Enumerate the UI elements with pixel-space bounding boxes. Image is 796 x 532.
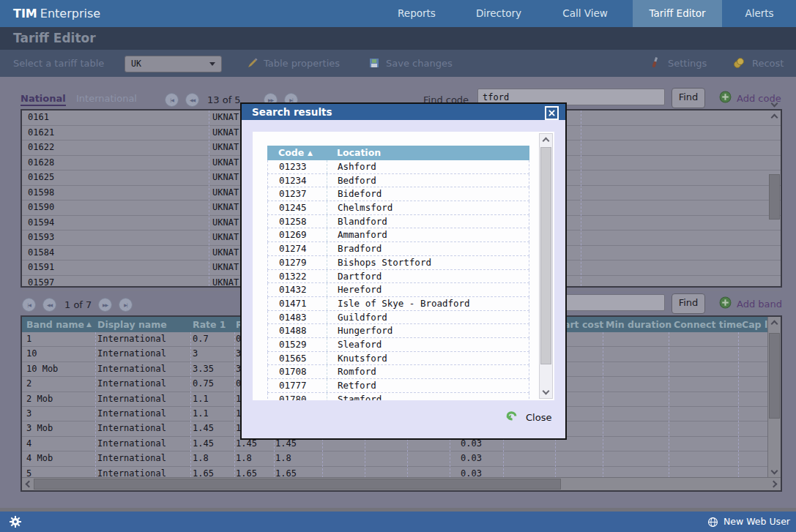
result-row[interactable]: 01274 Bradford bbox=[267, 242, 529, 256]
band-name-cell: 1 bbox=[26, 332, 31, 346]
add-code-plus-icon[interactable] bbox=[719, 91, 732, 103]
bands-first-page-button[interactable]: |◀ bbox=[22, 298, 36, 312]
nav-item-call-view[interactable]: Call View bbox=[549, 0, 621, 27]
band-row[interactable]: 5 International 1.65 1.65 1.65 0.03 bbox=[22, 467, 767, 478]
toolbar: Select a tariff table UK Table propertie… bbox=[0, 50, 796, 77]
nav-item-tariff-editor[interactable]: Tariff Editor bbox=[633, 0, 722, 27]
result-row[interactable]: 01780 Stamford bbox=[267, 393, 529, 400]
codes-first-page-button[interactable]: |◀ bbox=[165, 93, 179, 107]
result-row[interactable]: 01565 Knutsford bbox=[267, 352, 529, 366]
gear-icon[interactable] bbox=[10, 516, 21, 528]
scroll-up-icon[interactable] bbox=[543, 138, 550, 145]
scroll-right-icon[interactable] bbox=[770, 481, 778, 488]
code-cell: 01591 bbox=[28, 261, 54, 275]
rate1-cell: 3 bbox=[193, 347, 198, 361]
result-row[interactable]: 01471 Isle of Skye - Broadford bbox=[267, 297, 529, 311]
result-row[interactable]: 01529 Sleaford bbox=[267, 338, 529, 352]
bands-table-horizontal-scrollbar[interactable] bbox=[22, 477, 781, 490]
result-code-cell: 01234 bbox=[279, 174, 307, 187]
code-cell: 01621 bbox=[28, 126, 54, 141]
result-row[interactable]: 01258 Blandford bbox=[267, 215, 529, 229]
scroll-down-icon[interactable] bbox=[771, 468, 778, 475]
result-row[interactable]: 01488 Hungerford bbox=[267, 324, 529, 338]
bands-next-page-button[interactable]: ▶▶ bbox=[98, 298, 112, 312]
result-row[interactable]: 01245 Chelmsford bbox=[267, 201, 529, 215]
column-separator bbox=[327, 228, 327, 241]
rate3-cell: 1.65 bbox=[275, 467, 297, 478]
recost-button[interactable]: Recost bbox=[752, 50, 784, 77]
nav-item-directory[interactable]: Directory bbox=[465, 0, 532, 27]
bands-table-vertical-scrollbar[interactable] bbox=[767, 317, 781, 478]
scrollbar-thumb[interactable] bbox=[34, 479, 561, 490]
col-rate1[interactable]: Rate 1 bbox=[193, 317, 226, 332]
nav-item-reports[interactable]: Reports bbox=[384, 0, 449, 27]
scrollbar-thumb[interactable] bbox=[769, 333, 780, 419]
col-display-name[interactable]: Display name bbox=[97, 317, 167, 332]
col-min-duration[interactable]: Min duration bbox=[606, 317, 672, 332]
result-row[interactable]: 01279 Bishops Stortford bbox=[267, 256, 529, 270]
column-separator bbox=[190, 332, 191, 478]
add-band-link[interactable]: Add band bbox=[737, 299, 782, 310]
close-arrow-icon[interactable] bbox=[505, 411, 518, 423]
scrollbar-thumb[interactable] bbox=[769, 174, 780, 220]
display-name-cell: International bbox=[97, 422, 166, 435]
result-row[interactable]: 01432 Hereford bbox=[267, 283, 529, 297]
save-changes-button[interactable]: Save changes bbox=[386, 50, 453, 77]
column-separator bbox=[327, 256, 327, 269]
find-band-button[interactable]: Find bbox=[672, 293, 705, 314]
scroll-up-icon[interactable] bbox=[771, 321, 778, 328]
col-start-cost[interactable]: art cost bbox=[564, 317, 603, 332]
dialog-close-button[interactable] bbox=[545, 106, 559, 120]
settings-button[interactable]: Settings bbox=[668, 50, 707, 77]
bands-last-page-button[interactable]: ▶| bbox=[119, 298, 133, 312]
col-code[interactable]: Code bbox=[278, 146, 304, 160]
code-name-cell: UKNAT bbox=[212, 276, 239, 291]
band-row[interactable]: 4 Mob International 1.8 1.8 1.8 0.03 bbox=[22, 452, 767, 466]
new-web-user-link[interactable]: New Web User bbox=[724, 512, 790, 532]
result-location-cell: Isle of Skye - Broadford bbox=[338, 297, 470, 310]
scroll-left-icon[interactable] bbox=[26, 481, 33, 488]
band-name-cell: 4 bbox=[26, 437, 31, 451]
table-properties-button[interactable]: Table properties bbox=[264, 50, 340, 77]
scroll-down-icon[interactable] bbox=[543, 388, 550, 395]
footer-bar: New Web User bbox=[0, 512, 796, 532]
col-connect-time[interactable]: Connect time bbox=[674, 317, 743, 332]
col-band-name[interactable]: Band name bbox=[26, 317, 84, 332]
bands-prev-page-button[interactable]: ◀◀ bbox=[42, 298, 56, 312]
results-vertical-scrollbar[interactable] bbox=[539, 133, 553, 399]
column-separator bbox=[234, 332, 235, 478]
recost-coins-icon bbox=[733, 57, 745, 69]
result-row[interactable]: 01233 Ashford bbox=[267, 160, 529, 174]
column-separator bbox=[327, 365, 327, 378]
nav-item-alerts[interactable]: Alerts bbox=[731, 0, 788, 27]
find-code-button[interactable]: Find bbox=[672, 88, 705, 108]
result-code-cell: 01432 bbox=[279, 283, 307, 296]
column-separator bbox=[95, 332, 96, 478]
result-location-cell: Hereford bbox=[338, 283, 382, 296]
result-row[interactable]: 01269 Ammanford bbox=[267, 228, 529, 242]
tariff-table-select[interactable]: UK bbox=[124, 56, 222, 72]
result-location-cell: Bishops Stortford bbox=[338, 256, 431, 269]
brand-light: Enterprise bbox=[40, 7, 100, 20]
result-row[interactable]: 01483 Guildford bbox=[267, 311, 529, 325]
code-cell: 01594 bbox=[28, 216, 54, 231]
tab-international[interactable]: International bbox=[76, 93, 137, 104]
page-title: Tariff Editor bbox=[13, 27, 96, 50]
col-location[interactable]: Location bbox=[337, 146, 381, 160]
column-separator bbox=[209, 110, 209, 286]
result-row[interactable]: 01234 Bedford bbox=[267, 174, 529, 188]
add-band-plus-icon[interactable] bbox=[719, 296, 732, 309]
col-cap-limit[interactable]: Cap li bbox=[742, 317, 770, 332]
scrollbar-thumb[interactable] bbox=[540, 147, 551, 364]
codes-prev-page-button[interactable]: ◀◀ bbox=[185, 93, 199, 107]
display-name-cell: International bbox=[97, 332, 166, 346]
result-row[interactable]: 01237 Bideford bbox=[267, 187, 529, 201]
column-separator bbox=[327, 187, 327, 201]
code-name-cell: UKNAT bbox=[212, 171, 239, 185]
result-code-cell: 01488 bbox=[279, 324, 307, 337]
dialog-close-action[interactable]: Close bbox=[526, 412, 551, 423]
result-row[interactable]: 01708 Romford bbox=[267, 365, 529, 379]
result-row[interactable]: 01322 Dartford bbox=[267, 270, 529, 284]
tab-national[interactable]: National bbox=[21, 93, 66, 106]
result-row[interactable]: 01777 Retford bbox=[267, 379, 529, 393]
